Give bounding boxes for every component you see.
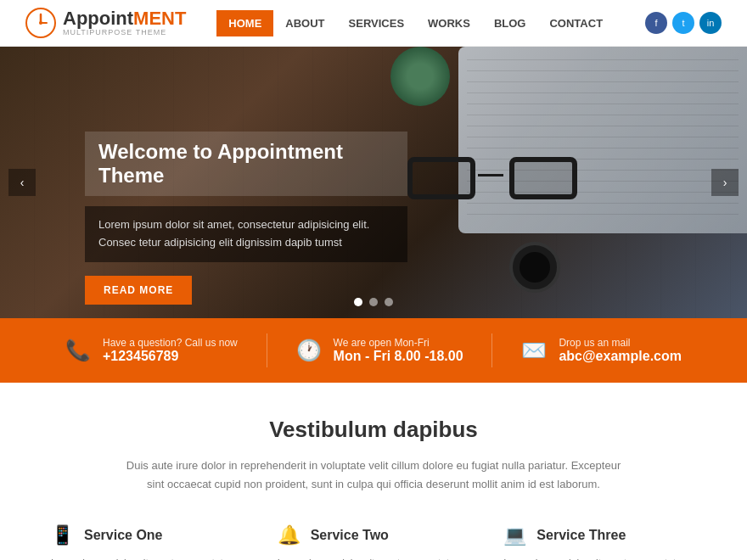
phone-label: Have a question? Call us now: [103, 337, 238, 349]
contact-phone: 📞 Have a question? Call us now +12345678…: [65, 337, 238, 364]
service-one-header: 📱 Service One: [51, 524, 244, 546]
hero-content: Welcome to Appointment Theme Lorem ipsum…: [85, 132, 407, 305]
logo-clock-icon: [25, 8, 56, 38]
nav-services[interactable]: SERVICES: [337, 10, 417, 36]
hero-glasses-decoration: [407, 157, 577, 208]
service-two: 🔔 Service Two Lorem ipsum dolor sit amet…: [278, 524, 470, 560]
email-value: abc@example.com: [559, 349, 682, 364]
slider-dot-1[interactable]: [354, 298, 362, 306]
hero-coffee-cup: [509, 242, 560, 293]
contact-divider-1: [267, 333, 267, 367]
contact-bar: 📞 Have a question? Call us now +12345678…: [0, 318, 747, 383]
main-nav: HOME ABOUT SERVICES WORKS BLOG CONTACT: [216, 10, 615, 36]
hero-title-box: Welcome to Appointment Theme: [85, 132, 407, 196]
header: AppointMENT Multipurpose Theme HOME ABOU…: [0, 0, 747, 47]
slider-prev-button[interactable]: ‹: [8, 169, 36, 196]
contact-divider-2: [491, 333, 492, 367]
slider-dot-3[interactable]: [385, 298, 393, 306]
slider-next-button[interactable]: ›: [711, 169, 739, 196]
clock-icon: 🕐: [296, 339, 322, 362]
hours-value: Mon - Fri 8.00 -18.00: [334, 349, 463, 364]
hours-label: We are open Mon-Fri: [334, 337, 463, 349]
service-three-header: 💻 Service Three: [503, 524, 696, 546]
contact-email: ✉️ Drop us an mail abc@example.com: [521, 337, 682, 364]
nav-contact[interactable]: CONTACT: [537, 10, 615, 36]
phone-icon: 📞: [65, 339, 91, 362]
nav-about[interactable]: ABOUT: [273, 10, 336, 36]
services-grid: 📱 Service One Lorem ipsum dolor sit amet…: [51, 524, 696, 560]
logo-subtitle: Multipurpose Theme: [63, 28, 186, 36]
bell-icon: 🔔: [278, 524, 300, 546]
email-label: Drop us an mail: [559, 337, 682, 349]
facebook-icon[interactable]: f: [645, 12, 667, 34]
logo-title: AppointMENT: [63, 9, 186, 28]
contact-hours: 🕐 We are open Mon-Fri Mon - Fri 8.00 -18…: [296, 337, 463, 364]
contact-phone-text: Have a question? Call us now +123456789: [103, 337, 238, 364]
nav-home[interactable]: HOME: [216, 10, 273, 36]
service-one-title: Service One: [84, 528, 163, 543]
mobile-icon: 📱: [51, 524, 74, 546]
main-content: Vestibulum dapibus Duis aute irure dolor…: [0, 383, 747, 560]
service-one-description: Lorem ipsum dolor sit amet, consectetur …: [51, 555, 244, 560]
laptop-icon: 💻: [503, 524, 526, 546]
hero-slider: Welcome to Appointment Theme Lorem ipsum…: [0, 47, 747, 318]
contact-email-text: Drop us an mail abc@example.com: [559, 337, 682, 364]
linkedin-icon[interactable]: in: [699, 12, 722, 34]
hero-title: Welcome to Appointment Theme: [98, 140, 394, 188]
section-title: Vestibulum dapibus: [51, 417, 696, 443]
hero-plant-decoration: [390, 47, 458, 115]
service-two-header: 🔔 Service Two: [278, 524, 470, 546]
service-one: 📱 Service One Lorem ipsum dolor sit amet…: [51, 524, 244, 560]
contact-hours-text: We are open Mon-Fri Mon - Fri 8.00 -18.0…: [334, 337, 463, 364]
hero-description: Lorem ipsum dolor sit amet, consectetur …: [98, 216, 394, 252]
slider-dots: [354, 298, 393, 306]
service-three-title: Service Three: [536, 528, 626, 543]
social-icons: f t in: [645, 12, 722, 34]
nav-works[interactable]: WORKS: [416, 10, 482, 36]
service-three-description: Lorem ipsum dolor sit amet, consectetur …: [503, 555, 696, 560]
logo-text: AppointMENT Multipurpose Theme: [63, 9, 186, 36]
hero-description-box: Lorem ipsum dolor sit amet, consectetur …: [85, 206, 407, 262]
email-icon: ✉️: [521, 339, 547, 362]
service-two-title: Service Two: [311, 528, 389, 543]
section-description: Duis aute irure dolor in reprehenderit i…: [119, 456, 628, 494]
service-two-description: Lorem ipsum dolor sit amet, consectetur …: [278, 555, 470, 560]
nav-blog[interactable]: BLOG: [482, 10, 538, 36]
slider-dot-2[interactable]: [369, 298, 378, 306]
service-three: 💻 Service Three Lorem ipsum dolor sit am…: [503, 524, 696, 560]
logo: AppointMENT Multipurpose Theme: [25, 8, 186, 38]
phone-value: +123456789: [103, 349, 238, 364]
read-more-button[interactable]: READ MORE: [85, 276, 192, 305]
twitter-icon[interactable]: t: [672, 12, 694, 34]
